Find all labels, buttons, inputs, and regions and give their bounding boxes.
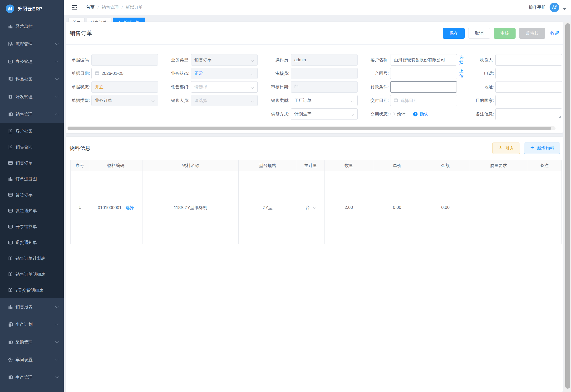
save-button[interactable]: 保存 bbox=[443, 28, 465, 39]
delivery-date-field[interactable]: 选择日期 bbox=[390, 95, 457, 106]
customer-name-side-link[interactable]: 选择 bbox=[459, 55, 464, 65]
import-button[interactable]: 引入 bbox=[492, 142, 520, 154]
table-icon bbox=[8, 208, 13, 213]
audit-button[interactable]: 审核 bbox=[494, 28, 516, 39]
select-material-link[interactable]: 选择 bbox=[125, 205, 134, 210]
form-cell-operator: 操作员:admin bbox=[266, 54, 365, 66]
business-status-select[interactable]: 正常 bbox=[191, 68, 258, 79]
sales-type-select[interactable]: 工厂订单 bbox=[291, 95, 358, 106]
table-icon bbox=[8, 192, 13, 197]
sidebar-item-rd-mgmt[interactable]: 研发管理 bbox=[0, 88, 64, 105]
sidebar-item-sales-order-detail[interactable]: 销售订单明细表 bbox=[0, 266, 64, 282]
sidebar-item-label: 料品档案 bbox=[15, 76, 33, 82]
add-material-button[interactable]: 新增物料 bbox=[524, 142, 560, 154]
unaudit-button[interactable]: 反审核 bbox=[519, 28, 545, 39]
sidebar-item-business-dashboard[interactable]: 经营总控 bbox=[0, 18, 64, 35]
sidebar-item-order-progress-chart[interactable]: 订单进度图 bbox=[0, 171, 64, 187]
cell-unit[interactable]: 台 bbox=[297, 171, 325, 244]
sidebar-item-workshop-settings[interactable]: 车间设置 bbox=[0, 351, 64, 368]
audit-date-label: 审核日期: bbox=[266, 81, 289, 93]
remark-field[interactable] bbox=[495, 108, 562, 120]
business-type-select[interactable]: 销售订单 bbox=[191, 54, 258, 66]
auditor-label: 审核员: bbox=[266, 68, 289, 79]
table-icon bbox=[8, 224, 13, 229]
form-cell-payment-terms: 付款条件: bbox=[365, 81, 470, 93]
cell-amount: 0.00 bbox=[421, 171, 470, 244]
collapse-link[interactable]: 收起 bbox=[550, 30, 559, 36]
avatar[interactable]: M bbox=[550, 3, 559, 12]
sidebar-item-purchase-mgmt[interactable]: 采购管理 bbox=[0, 333, 64, 351]
contract-no-side-link[interactable]: 上传 bbox=[459, 68, 464, 79]
sidebar-item-label: 发货通知单 bbox=[15, 208, 37, 214]
form-cell-contract-no: 合同号:上传 bbox=[365, 68, 470, 79]
customer-name-field[interactable]: 山河智能装备股份有限公司 bbox=[390, 54, 457, 66]
sidebar-submenu: 客户档案销售合同销售订单订单进度图备货订单发货通知单开票结算单退货通知单销售订单… bbox=[0, 123, 64, 298]
sidebar-item-sales-report[interactable]: 销售报表 bbox=[0, 298, 64, 316]
sidebar-item-production-mgmt[interactable]: 生产管理 bbox=[0, 368, 64, 386]
form-cell-doc-code: 单据编码: bbox=[66, 54, 165, 66]
horizontal-scrollbar-thumb[interactable] bbox=[68, 127, 551, 130]
chevron-down-icon bbox=[151, 99, 155, 102]
sales-dept-select[interactable]: 请选择 bbox=[191, 81, 258, 93]
sidebar-item-sales-order[interactable]: 销售订单 bbox=[0, 155, 64, 171]
cancel-button[interactable]: 取消 bbox=[468, 28, 490, 39]
breadcrumb-item[interactable]: 销售管理 bbox=[102, 4, 119, 10]
horizontal-scrollbar[interactable] bbox=[67, 126, 556, 130]
cell-price: 0.00 bbox=[373, 171, 421, 244]
destination-country-field[interactable] bbox=[495, 95, 562, 106]
sidebar-item-label: 客户档案 bbox=[15, 128, 33, 134]
address-field[interactable] bbox=[495, 81, 562, 93]
menu-fold-icon[interactable] bbox=[71, 5, 77, 10]
breadcrumb-item[interactable]: 新增订单 bbox=[126, 4, 143, 10]
breadcrumb: 首页/销售管理/新增订单 bbox=[86, 4, 143, 10]
sidebar-item-delivery-notice[interactable]: 发货通知单 bbox=[0, 203, 64, 219]
sidebar-item-stock-order[interactable]: 备货订单 bbox=[0, 187, 64, 203]
delivery-status-radio-1[interactable] bbox=[413, 112, 418, 116]
doc-date-field[interactable]: 2026-01-25 bbox=[91, 68, 158, 79]
form-actions: 保存取消审核反审核收起 bbox=[443, 28, 559, 39]
operator-label: 操作员: bbox=[266, 54, 289, 66]
caret-down-icon[interactable] bbox=[563, 8, 566, 10]
vertical-scrollbar-thumb[interactable] bbox=[565, 23, 570, 389]
delivery-status-radio-0[interactable] bbox=[390, 112, 395, 116]
form-cell-business-status: 业务状态:正常 bbox=[165, 68, 266, 79]
payment-terms-field[interactable] bbox=[390, 81, 457, 93]
chevron-down-icon bbox=[55, 94, 59, 98]
breadcrumb-item[interactable]: 首页 bbox=[86, 4, 95, 10]
sidebar-item-sales-mgmt[interactable]: 销售管理 bbox=[0, 105, 64, 123]
sales-person-select[interactable]: 请选择 bbox=[191, 95, 258, 106]
sidebar-item-office-mgmt[interactable]: 办公管理 bbox=[0, 53, 64, 70]
doc-code-label: 单据编码: bbox=[66, 54, 90, 66]
doc-status-field[interactable]: 开立 bbox=[91, 81, 158, 93]
sidebar-item-material-archive[interactable]: 料品档案 bbox=[0, 70, 64, 88]
breadcrumb-separator: / bbox=[121, 5, 123, 10]
operator-field[interactable]: admin bbox=[291, 54, 358, 66]
form-cell-auditor: 审核员: bbox=[266, 68, 365, 79]
consignee-field[interactable] bbox=[495, 54, 562, 66]
supply-mode-select[interactable]: 计划生产 bbox=[291, 108, 358, 120]
sidebar-item-invoice-settlement[interactable]: 开票结算单 bbox=[0, 219, 64, 235]
table-icon bbox=[8, 160, 13, 166]
sidebar-item-process-mgmt[interactable]: 流程管理 bbox=[0, 35, 64, 53]
form-cell-sales-person: 销售人员:请选择 bbox=[165, 95, 266, 106]
manual-link[interactable]: 操作手册 bbox=[529, 4, 546, 10]
audit-date-field[interactable] bbox=[291, 81, 358, 93]
doc-code-field[interactable] bbox=[91, 54, 158, 66]
auditor-field[interactable] bbox=[291, 68, 358, 79]
chevron-down-icon bbox=[55, 77, 59, 80]
doc-type-select[interactable]: 业务订单 bbox=[91, 95, 158, 106]
sidebar-item-return-notice[interactable]: 退货通知单 bbox=[0, 235, 64, 251]
sidebar-item-processing-workshop[interactable]: 加工车间 bbox=[0, 386, 64, 392]
pages-icon bbox=[8, 375, 13, 380]
sidebar-item-7day-delivery-detail[interactable]: 7天交货明细表 bbox=[0, 282, 64, 298]
sidebar-item-production-plan[interactable]: 生产计划 bbox=[0, 316, 64, 333]
payment-terms-label: 付款条件: bbox=[365, 81, 389, 93]
contract-no-field[interactable] bbox=[390, 68, 457, 79]
vertical-scrollbar[interactable] bbox=[564, 22, 571, 392]
sidebar-item-label: 开票结算单 bbox=[15, 224, 37, 229]
phone-field[interactable] bbox=[495, 68, 562, 79]
sales-dept-label: 销售部门: bbox=[165, 81, 189, 93]
sidebar-item-sales-order-plan[interactable]: 销售订单计划表 bbox=[0, 251, 64, 266]
sidebar-item-customer-archive[interactable]: 客户档案 bbox=[0, 123, 64, 139]
sidebar-item-sales-contract[interactable]: 销售合同 bbox=[0, 139, 64, 155]
